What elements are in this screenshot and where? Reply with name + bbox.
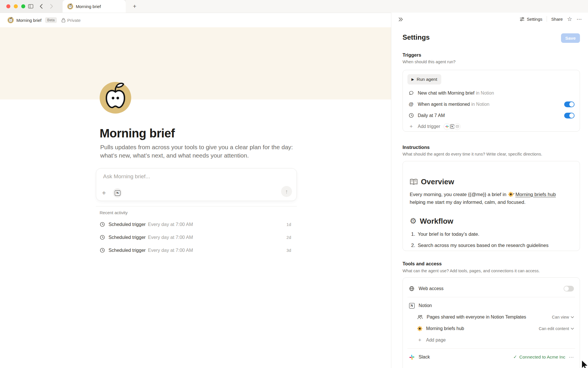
trigger-row-mentioned[interactable]: @ When agent is mentioned in Notion	[407, 99, 576, 110]
overview-text-after: helping me start my day informed, calm, …	[410, 200, 525, 205]
close-window-button[interactable]	[6, 4, 10, 8]
settings-tab-label: Settings	[527, 17, 542, 22]
daily-toggle[interactable]	[564, 113, 575, 118]
page-cover-banner	[0, 27, 391, 99]
slack-status-text: Connected to Acme Inc	[519, 354, 565, 360]
add-page-button[interactable]: + Add page	[407, 334, 575, 346]
overview-paragraph: Every morning, you create {{@me}} a brie…	[410, 191, 573, 206]
run-agent-label: Run agent	[417, 77, 437, 82]
open-book-icon	[410, 179, 418, 185]
play-icon: ▶	[411, 77, 414, 81]
breadcrumb-title[interactable]: Morning brief	[16, 18, 42, 23]
tools-card: Web access N Notion Pages shared with ev…	[403, 277, 580, 368]
chevron-down-icon	[571, 316, 574, 318]
more-options-icon[interactable]: ⋯	[577, 16, 582, 22]
add-trigger-label: Add trigger	[418, 124, 440, 129]
tab-strip: Morning brief +	[0, 0, 588, 13]
notion-label: Notion	[419, 303, 574, 308]
notion-scope-badge[interactable]: N	[113, 188, 122, 198]
privacy-label[interactable]: Private	[67, 18, 81, 23]
web-access-row[interactable]: Web access	[407, 283, 575, 294]
save-button[interactable]: Save	[561, 33, 580, 43]
mouse-cursor	[581, 359, 588, 368]
permission-dropdown[interactable]: Can view	[552, 315, 574, 319]
panel-header: Settings Share ☆ ⋯	[391, 13, 588, 26]
clock-icon	[408, 113, 414, 118]
page-description: Pulls updates from across your tools to …	[100, 143, 293, 160]
chat-input[interactable]	[102, 173, 264, 180]
settings-tab-button[interactable]: Settings	[519, 16, 542, 22]
gear-icon: ⚙	[410, 216, 417, 226]
chat-input-card[interactable]: + N ↑	[96, 168, 297, 201]
slack-section-row[interactable]: Slack ✓ Connected to Acme Inc ⋯	[407, 351, 575, 363]
notion-page-row[interactable]: Morning briefs hub Can edit content	[407, 323, 575, 334]
trigger-label: When agent is mentioned	[418, 102, 470, 107]
breadcrumb: Morning brief Beta Private	[0, 13, 391, 27]
tab-strip-empty-area	[126, 0, 588, 13]
slack-more-icon[interactable]: ⋯	[569, 354, 574, 360]
run-agent-button[interactable]: ▶ Run agent	[407, 74, 441, 85]
overview-doc-heading: Overview	[410, 177, 573, 186]
attach-plus-icon[interactable]: +	[102, 190, 106, 196]
share-button[interactable]: Share	[551, 17, 563, 22]
settings-heading: Settings	[403, 33, 430, 41]
trigger-row-new-chat[interactable]: New chat with Morning brief in Notion	[407, 87, 576, 99]
new-tab-button[interactable]: +	[131, 2, 139, 10]
activity-title: Scheduled trigger	[109, 222, 146, 227]
sidebar-toggle-icon[interactable]	[28, 3, 34, 9]
header-separator	[547, 16, 547, 22]
arrow-up-icon: ↑	[285, 188, 288, 195]
trigger-suffix: in Notion	[476, 91, 575, 96]
activity-row[interactable]: Scheduled trigger Every day at 7:00 AM 2…	[96, 231, 297, 244]
web-access-toggle[interactable]	[564, 286, 574, 292]
app-window: Morning brief + Morning brief Beta Priva…	[0, 0, 588, 368]
permission-value: Can view	[552, 315, 569, 319]
mentioned-toggle[interactable]	[564, 101, 575, 107]
morning-briefs-hub-link[interactable]: Morning briefs hub	[515, 192, 556, 197]
forward-icon[interactable]	[48, 3, 55, 9]
slack-icon	[409, 354, 415, 360]
workflow-list: Your brief is for today’s date. Search a…	[410, 231, 573, 249]
lock-icon	[61, 18, 65, 22]
web-access-label: Web access	[419, 286, 564, 291]
add-trigger-button[interactable]: + Add trigger N	[407, 121, 576, 132]
minimize-window-button[interactable]	[14, 4, 18, 8]
back-icon[interactable]	[38, 3, 44, 9]
link-arrow-icon: ↗	[512, 190, 515, 198]
triggers-subheading: When should this agent run?	[403, 60, 456, 64]
activity-time: 1d	[287, 222, 291, 227]
notion-section-row[interactable]: N Notion	[407, 300, 575, 311]
tab-morning-brief[interactable]: Morning brief	[63, 0, 126, 13]
instructions-editor[interactable]: Overview Every morning, you create {{@me…	[403, 161, 580, 251]
clock-icon	[100, 235, 105, 240]
trigger-label: Daily at 7 AM	[418, 113, 445, 118]
activity-time: 3d	[287, 248, 291, 253]
activity-row[interactable]: Scheduled trigger Every day at 7:00 AM 1…	[96, 218, 297, 231]
trigger-row-daily[interactable]: Daily at 7 AM	[407, 110, 576, 121]
activity-detail: Every day at 7:00 AM	[148, 235, 287, 240]
zoom-window-button[interactable]	[21, 4, 25, 8]
favorite-star-icon[interactable]: ☆	[567, 16, 572, 22]
page-description-line2: what’s new, what’s next, and what needs …	[100, 152, 249, 159]
activity-detail: Every day at 7:00 AM	[148, 222, 287, 227]
trigger-source-badges: N	[444, 123, 461, 130]
globe-icon	[409, 286, 415, 292]
sunflower-icon: ↗	[508, 192, 513, 197]
people-icon	[417, 315, 423, 320]
permission-dropdown[interactable]: Can edit content	[539, 326, 574, 331]
section-divider	[96, 206, 297, 206]
page-title: Morning brief	[100, 126, 175, 140]
collapse-panel-icon[interactable]	[398, 16, 404, 22]
notion-page-row[interactable]: Pages shared with everyone in Notion Tem…	[407, 311, 575, 323]
activity-row[interactable]: Scheduled trigger Every day at 7:00 AM 3…	[96, 244, 297, 257]
plus-icon: +	[408, 123, 414, 130]
workflow-heading-text: Workflow	[420, 217, 453, 226]
clock-icon	[100, 248, 105, 253]
chat-bubble-icon	[408, 90, 414, 96]
send-button[interactable]: ↑	[281, 186, 292, 197]
agent-avatar[interactable]	[100, 82, 131, 114]
add-page-label: Add page	[426, 338, 574, 343]
workflow-doc-heading: ⚙ Workflow	[410, 216, 573, 226]
tools-heading: Tools and access	[403, 261, 442, 267]
calendar-icon	[454, 123, 461, 130]
